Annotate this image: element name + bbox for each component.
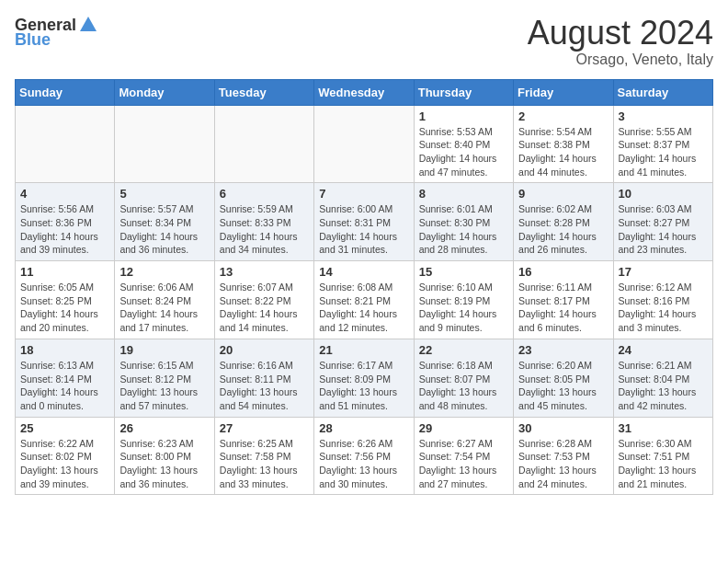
day-info: Sunrise: 5:54 AM Sunset: 8:38 PM Dayligh… xyxy=(518,125,608,179)
svg-marker-0 xyxy=(80,17,97,31)
title-area: August 2024 Orsago, Veneto, Italy xyxy=(528,15,713,68)
day-number: 6 xyxy=(220,187,309,201)
day-info: Sunrise: 6:00 AM Sunset: 8:31 PM Dayligh… xyxy=(319,202,408,257)
calendar-day-cell xyxy=(314,105,414,183)
day-info: Sunrise: 6:26 AM Sunset: 7:56 PM Dayligh… xyxy=(319,437,408,491)
weekday-header-saturday: Saturday xyxy=(613,79,712,105)
weekday-header-monday: Monday xyxy=(115,79,214,105)
day-info: Sunrise: 5:59 AM Sunset: 8:33 PM Dayligh… xyxy=(220,202,309,257)
weekday-header-tuesday: Tuesday xyxy=(214,79,313,105)
day-number: 8 xyxy=(419,187,508,201)
day-number: 13 xyxy=(220,265,309,279)
day-info: Sunrise: 6:23 AM Sunset: 8:00 PM Dayligh… xyxy=(119,437,209,491)
day-info: Sunrise: 5:57 AM Sunset: 8:34 PM Dayligh… xyxy=(119,202,209,257)
day-number: 23 xyxy=(518,343,608,357)
calendar-day-cell: 14Sunrise: 6:08 AM Sunset: 8:21 PM Dayli… xyxy=(314,261,414,339)
calendar-day-cell: 28Sunrise: 6:26 AM Sunset: 7:56 PM Dayli… xyxy=(314,417,414,495)
day-number: 11 xyxy=(20,265,109,279)
calendar-week-row: 18Sunrise: 6:13 AM Sunset: 8:14 PM Dayli… xyxy=(16,339,713,417)
calendar-day-cell: 26Sunrise: 6:23 AM Sunset: 8:00 PM Dayli… xyxy=(115,417,214,495)
calendar-day-cell: 24Sunrise: 6:21 AM Sunset: 8:04 PM Dayli… xyxy=(613,339,712,417)
weekday-header-thursday: Thursday xyxy=(414,79,513,105)
day-number: 19 xyxy=(119,343,209,357)
calendar-day-cell: 6Sunrise: 5:59 AM Sunset: 8:33 PM Daylig… xyxy=(214,183,313,261)
day-number: 31 xyxy=(619,421,708,435)
day-info: Sunrise: 6:12 AM Sunset: 8:16 PM Dayligh… xyxy=(619,281,708,335)
calendar-day-cell: 3Sunrise: 5:55 AM Sunset: 8:37 PM Daylig… xyxy=(613,105,712,183)
day-number: 10 xyxy=(619,187,708,201)
day-number: 30 xyxy=(518,421,608,435)
day-number: 26 xyxy=(119,421,209,435)
calendar-day-cell: 4Sunrise: 5:56 AM Sunset: 8:36 PM Daylig… xyxy=(16,183,115,261)
calendar-day-cell: 18Sunrise: 6:13 AM Sunset: 8:14 PM Dayli… xyxy=(16,339,115,417)
day-info: Sunrise: 6:11 AM Sunset: 8:17 PM Dayligh… xyxy=(518,281,608,335)
day-info: Sunrise: 6:10 AM Sunset: 8:19 PM Dayligh… xyxy=(419,281,508,335)
day-info: Sunrise: 6:01 AM Sunset: 8:30 PM Dayligh… xyxy=(419,202,508,257)
calendar-day-cell: 17Sunrise: 6:12 AM Sunset: 8:16 PM Dayli… xyxy=(613,261,712,339)
day-number: 25 xyxy=(20,421,109,435)
calendar-day-cell: 5Sunrise: 5:57 AM Sunset: 8:34 PM Daylig… xyxy=(115,183,214,261)
day-info: Sunrise: 6:30 AM Sunset: 7:51 PM Dayligh… xyxy=(619,437,708,491)
month-title: August 2024 xyxy=(528,15,713,52)
day-number: 15 xyxy=(419,265,508,279)
day-number: 5 xyxy=(119,187,209,201)
calendar-day-cell xyxy=(214,105,313,183)
day-info: Sunrise: 6:16 AM Sunset: 8:11 PM Dayligh… xyxy=(220,359,309,413)
calendar-day-cell: 29Sunrise: 6:27 AM Sunset: 7:54 PM Dayli… xyxy=(414,417,513,495)
day-number: 29 xyxy=(419,421,508,435)
page-header: General Blue August 2024 Orsago, Veneto,… xyxy=(15,15,713,68)
weekday-header-row: SundayMondayTuesdayWednesdayThursdayFrid… xyxy=(16,79,713,105)
calendar-day-cell: 22Sunrise: 6:18 AM Sunset: 8:07 PM Dayli… xyxy=(414,339,513,417)
calendar-table: SundayMondayTuesdayWednesdayThursdayFrid… xyxy=(15,79,713,496)
calendar-day-cell xyxy=(16,105,115,183)
day-number: 28 xyxy=(319,421,408,435)
day-number: 17 xyxy=(619,265,708,279)
day-number: 12 xyxy=(119,265,209,279)
calendar-day-cell: 2Sunrise: 5:54 AM Sunset: 8:38 PM Daylig… xyxy=(514,105,613,183)
calendar-day-cell: 1Sunrise: 5:53 AM Sunset: 8:40 PM Daylig… xyxy=(414,105,513,183)
weekday-header-sunday: Sunday xyxy=(16,79,115,105)
day-info: Sunrise: 6:08 AM Sunset: 8:21 PM Dayligh… xyxy=(319,281,408,335)
calendar-day-cell: 11Sunrise: 6:05 AM Sunset: 8:25 PM Dayli… xyxy=(16,261,115,339)
day-info: Sunrise: 6:22 AM Sunset: 8:02 PM Dayligh… xyxy=(20,437,109,491)
calendar-day-cell: 23Sunrise: 6:20 AM Sunset: 8:05 PM Dayli… xyxy=(514,339,613,417)
day-number: 3 xyxy=(619,109,708,123)
day-info: Sunrise: 6:05 AM Sunset: 8:25 PM Dayligh… xyxy=(20,281,109,335)
day-number: 22 xyxy=(419,343,508,357)
weekday-header-wednesday: Wednesday xyxy=(314,79,414,105)
day-info: Sunrise: 6:03 AM Sunset: 8:27 PM Dayligh… xyxy=(619,202,708,257)
calendar-day-cell: 25Sunrise: 6:22 AM Sunset: 8:02 PM Dayli… xyxy=(16,417,115,495)
day-number: 9 xyxy=(518,187,608,201)
calendar-day-cell: 20Sunrise: 6:16 AM Sunset: 8:11 PM Dayli… xyxy=(214,339,313,417)
day-info: Sunrise: 6:02 AM Sunset: 8:28 PM Dayligh… xyxy=(518,202,608,257)
logo-icon xyxy=(78,15,98,35)
calendar-week-row: 25Sunrise: 6:22 AM Sunset: 8:02 PM Dayli… xyxy=(16,417,713,495)
day-info: Sunrise: 6:13 AM Sunset: 8:14 PM Dayligh… xyxy=(20,359,109,413)
calendar-day-cell: 10Sunrise: 6:03 AM Sunset: 8:27 PM Dayli… xyxy=(613,183,712,261)
day-number: 27 xyxy=(220,421,309,435)
calendar-day-cell: 30Sunrise: 6:28 AM Sunset: 7:53 PM Dayli… xyxy=(514,417,613,495)
calendar-day-cell: 15Sunrise: 6:10 AM Sunset: 8:19 PM Dayli… xyxy=(414,261,513,339)
day-info: Sunrise: 5:53 AM Sunset: 8:40 PM Dayligh… xyxy=(419,125,508,179)
calendar-week-row: 11Sunrise: 6:05 AM Sunset: 8:25 PM Dayli… xyxy=(16,261,713,339)
day-number: 21 xyxy=(319,343,408,357)
logo: General Blue xyxy=(15,15,98,48)
day-info: Sunrise: 6:07 AM Sunset: 8:22 PM Dayligh… xyxy=(220,281,309,335)
day-number: 16 xyxy=(518,265,608,279)
calendar-week-row: 1Sunrise: 5:53 AM Sunset: 8:40 PM Daylig… xyxy=(16,105,713,183)
calendar-day-cell: 7Sunrise: 6:00 AM Sunset: 8:31 PM Daylig… xyxy=(314,183,414,261)
day-info: Sunrise: 6:28 AM Sunset: 7:53 PM Dayligh… xyxy=(518,437,608,491)
logo-blue-text: Blue xyxy=(15,31,51,48)
location: Orsago, Veneto, Italy xyxy=(528,52,713,68)
day-info: Sunrise: 6:06 AM Sunset: 8:24 PM Dayligh… xyxy=(119,281,209,335)
calendar-day-cell: 9Sunrise: 6:02 AM Sunset: 8:28 PM Daylig… xyxy=(514,183,613,261)
calendar-day-cell: 19Sunrise: 6:15 AM Sunset: 8:12 PM Dayli… xyxy=(115,339,214,417)
day-number: 7 xyxy=(319,187,408,201)
weekday-header-friday: Friday xyxy=(514,79,613,105)
day-info: Sunrise: 5:56 AM Sunset: 8:36 PM Dayligh… xyxy=(20,202,109,257)
day-number: 24 xyxy=(619,343,708,357)
calendar-day-cell: 31Sunrise: 6:30 AM Sunset: 7:51 PM Dayli… xyxy=(613,417,712,495)
day-number: 14 xyxy=(319,265,408,279)
day-info: Sunrise: 5:55 AM Sunset: 8:37 PM Dayligh… xyxy=(619,125,708,179)
day-info: Sunrise: 6:17 AM Sunset: 8:09 PM Dayligh… xyxy=(319,359,408,413)
